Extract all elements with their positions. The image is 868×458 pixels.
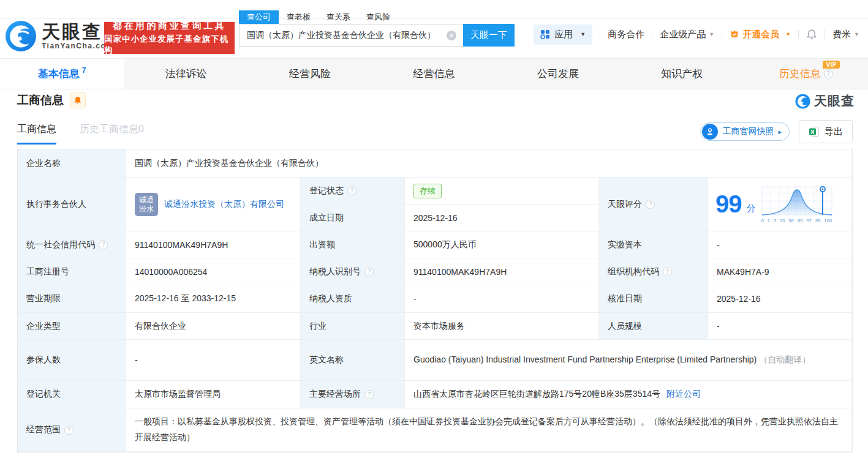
user-menu[interactable]: 费米 ▼ [832,29,859,40]
official-snapshot-button[interactable]: 工商官网快照 ▸ [700,122,790,141]
basic-info-count: 7 [82,66,86,75]
value-company-type: 有限合伙企业 [126,313,301,340]
tab-legal[interactable]: 法律诉讼 [124,59,247,89]
company-tab-bar: 基本信息 7 法律诉讼 经营风险 经营信息 公司发展 知识产权 VIP 历史信息… [0,58,868,89]
search-input-wrap: ✕ [239,24,463,47]
value-contribution: 500000万人民币 [405,231,599,258]
help-icon[interactable]: ? [347,186,357,195]
label-insured-count: 参保人数 [18,340,126,381]
bell-icon [806,29,817,40]
help-icon[interactable]: ? [364,390,374,399]
value-industry: 资本市场服务 [405,313,599,340]
label-staff-size: 人员规模 [599,313,708,340]
help-icon[interactable]: ? [64,426,74,435]
value-business-term: 2025-12-16 至 2033-12-15 [126,285,301,313]
help-icon[interactable]: ? [646,200,655,209]
subtab-history-business-info[interactable]: 历史工商信息0 [80,123,144,145]
label-tianyan-score: 天眼评分? [599,178,708,231]
tab-history-info[interactable]: VIP 历史信息 ? [744,59,868,89]
score-value: 99 [715,190,742,218]
clear-search-icon[interactable]: ✕ [447,31,456,40]
label-approval-date: 核准日期 [599,285,708,313]
nav-enterprise-product[interactable]: 企业级产品 ▼ [660,29,714,40]
apps-menu[interactable]: 应用 ▼ [534,24,592,45]
help-icon[interactable]: ? [99,240,108,249]
label-executive-partner: 执行事务合伙人 [18,178,126,231]
subtab-business-info[interactable]: 工商信息 [17,123,56,145]
nav-open-vip[interactable]: 开通会员 ▼ [730,29,791,40]
divider [798,30,799,39]
label-reg-number: 工商注册号 [18,258,126,285]
score-distribution-chart: 013 155085 9799100 [761,186,833,223]
subscribe-bell-button[interactable] [70,92,86,108]
auto-translate-note: （自动翻译） [759,355,810,364]
value-insured-count: - [126,340,301,381]
chevron-down-icon: ▼ [854,31,859,37]
value-establish-date: 2025-12-16 [405,205,599,231]
nav-cooperation[interactable]: 商务合作 [608,29,644,40]
label-registration-status: 登记状态? [301,178,405,205]
value-staff-size: - [708,313,852,340]
value-taxpayer-quality: - [405,285,599,313]
partner-company-link[interactable]: 诚通汾水投资（太原）有限公司 [164,199,284,210]
search-tab-company[interactable]: 查公司 [239,10,279,24]
stamp-icon [702,124,718,140]
vip-badge: VIP [823,61,840,69]
header-nav: 应用 ▼ 商务合作 企业级产品 ▼ 开通会员 ▼ 费米 [534,24,859,44]
notifications-bell[interactable] [806,29,817,40]
score-axis: 013 155085 9799100 [761,218,833,223]
divider [722,30,722,39]
divider [825,30,825,39]
tab-intellectual-property[interactable]: 知识产权 [620,59,744,89]
section-header: 工商信息 [17,92,86,108]
label-english-name: 英文名称 [301,340,405,381]
tianyancha-swirl-icon [795,94,810,109]
label-contribution: 出资额 [301,231,405,258]
value-executive-partner: 诚通 汾水 诚通汾水投资（太原）有限公司 [126,178,301,231]
label-establish-date: 成立日期 [301,205,405,231]
label-company-type: 企业类型 [18,313,126,340]
value-english-name: Guodiao (Taiyuan) Industrial Investment … [405,340,852,381]
value-approval-date: 2025-12-16 [708,285,852,313]
search-tab-risk[interactable]: 查风险 [358,10,398,24]
label-taxpayer-quality: 纳税人资质 [301,285,405,313]
arrow-right-icon: ▸ [778,128,782,136]
subtab-row: 工商信息 历史工商信息0 工商官网快照 ▸ [17,119,853,145]
section-title: 工商信息 [17,92,64,108]
search-tab-boss[interactable]: 查老板 [279,10,319,24]
page: 天眼查 TianYanCha.com 都在用的商业查询工具 国家中小企业发展子基… [0,0,868,458]
tab-operating-info[interactable]: 经营信息 [372,59,496,89]
value-reg-number: 14010000A006254 [126,258,301,285]
logo-text: 天眼查 TianYanCha.com [42,22,113,50]
logo-title: 天眼查 [42,22,113,42]
slogan-banner[interactable]: 都在用的商业查询工具 国家中小企业发展子基金旗下机构 [104,22,235,54]
search-button[interactable]: 天眼一下 [463,24,515,47]
search-input[interactable] [239,24,463,47]
excel-icon [809,126,820,137]
help-icon[interactable]: ? [824,69,833,78]
apps-label: 应用 [554,29,573,40]
tab-basic-info[interactable]: 基本信息 7 [0,59,124,89]
value-org-code: MAK49H7A-9 [708,258,852,285]
search-tab-relation[interactable]: 查关系 [319,10,358,24]
label-address: 主要经营场所? [301,381,405,408]
search-tabs: 查公司 查老板 查关系 查风险 [239,10,515,24]
value-business-scope: 一般项目：以私募基金从事股权投资、投资管理、资产管理等活动（须在中国证券投资基金… [126,408,852,452]
tianyancha-logo[interactable]: 天眼查 TianYanCha.com [5,20,113,52]
help-icon[interactable]: ? [364,267,374,276]
tab-company-development[interactable]: 公司发展 [496,59,620,89]
business-info-table: 企业名称 国调（太原）产业投资基金合伙企业（有限合伙） 执行事务合伙人 诚通 汾… [17,149,853,452]
divider [652,30,652,39]
tab-operating-risk[interactable]: 经营风险 [248,59,372,89]
chevron-down-icon: ▼ [785,31,791,37]
nearby-companies-link[interactable]: 附近公司 [666,389,701,400]
help-icon[interactable]: ? [663,267,672,276]
status-badge: 存续 [413,184,442,198]
export-button[interactable]: 导出 [799,120,853,143]
logo-domain: TianYanCha.com [42,42,113,50]
divider [600,30,600,39]
label-taxpayer-id: 纳税人识别号? [301,258,405,285]
slogan-line2: 国家中小企业发展子基金旗下机构 [104,34,235,56]
app-grid-icon [540,29,550,39]
value-tianyan-score: 99 分 [708,178,852,231]
